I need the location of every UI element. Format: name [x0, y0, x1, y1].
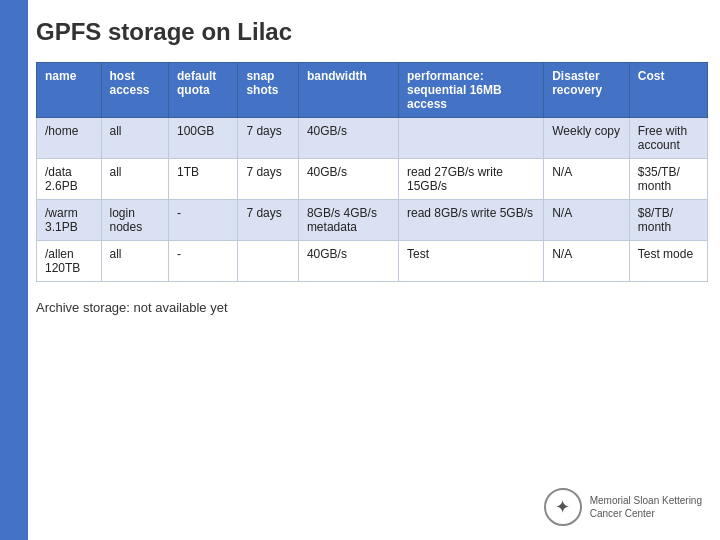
col-header-performance: performance: sequential 16MB access: [398, 63, 543, 118]
table-cell: 40GB/s: [298, 118, 398, 159]
table-body: /homeall100GB7 days40GB/sWeekly copyFree…: [37, 118, 708, 282]
table-cell: $8/TB/ month: [629, 200, 707, 241]
table-cell: Test: [398, 241, 543, 282]
page-title: GPFS storage on Lilac: [36, 18, 708, 46]
table-cell: N/A: [544, 159, 630, 200]
table-cell: Weekly copy: [544, 118, 630, 159]
table-cell: /home: [37, 118, 102, 159]
col-header-host-access: host access: [101, 63, 168, 118]
col-header-default-quota: default quota: [168, 63, 237, 118]
table-cell: 40GB/s: [298, 159, 398, 200]
msk-logo-icon: ✦: [544, 488, 582, 526]
table-cell: /data 2.6PB: [37, 159, 102, 200]
table-cell: read 8GB/s write 5GB/s: [398, 200, 543, 241]
table-cell: 100GB: [168, 118, 237, 159]
table-cell: 40GB/s: [298, 241, 398, 282]
table-cell: all: [101, 159, 168, 200]
table-cell: -: [168, 241, 237, 282]
table-cell: /warm 3.1PB: [37, 200, 102, 241]
table-cell: 7 days: [238, 118, 298, 159]
msk-logo: ✦ Memorial Sloan Kettering Cancer Center: [544, 488, 702, 526]
msk-logo-text: Memorial Sloan Kettering Cancer Center: [590, 494, 702, 520]
table-cell: [238, 241, 298, 282]
table-cell: Free with account: [629, 118, 707, 159]
table-cell: 1TB: [168, 159, 237, 200]
table-cell: 7 days: [238, 159, 298, 200]
table-cell: read 27GB/s write 15GB/s: [398, 159, 543, 200]
table-cell: 8GB/s 4GB/s metadata: [298, 200, 398, 241]
storage-table: name host access default quota snap shot…: [36, 62, 708, 282]
table-row: /warm 3.1PBlogin nodes-7 days8GB/s 4GB/s…: [37, 200, 708, 241]
table-cell: all: [101, 118, 168, 159]
table-cell: all: [101, 241, 168, 282]
table-cell: /allen 120TB: [37, 241, 102, 282]
table-row: /data 2.6PBall1TB7 days40GB/sread 27GB/s…: [37, 159, 708, 200]
col-header-name: name: [37, 63, 102, 118]
table-cell: N/A: [544, 241, 630, 282]
table-cell: -: [168, 200, 237, 241]
col-header-disaster-recovery: Disaster recovery: [544, 63, 630, 118]
table-cell: login nodes: [101, 200, 168, 241]
col-header-snap-shots: snap shots: [238, 63, 298, 118]
blue-accent-bar: [0, 0, 28, 540]
table-cell: [398, 118, 543, 159]
table-header-row: name host access default quota snap shot…: [37, 63, 708, 118]
col-header-bandwidth: bandwidth: [298, 63, 398, 118]
col-header-cost: Cost: [629, 63, 707, 118]
table-cell: $35/TB/ month: [629, 159, 707, 200]
table-cell: N/A: [544, 200, 630, 241]
footer-text: Archive storage: not available yet: [36, 300, 708, 315]
table-row: /homeall100GB7 days40GB/sWeekly copyFree…: [37, 118, 708, 159]
table-row: /allen 120TBall-40GB/sTestN/ATest mode: [37, 241, 708, 282]
main-content: GPFS storage on Lilac name host access d…: [36, 18, 708, 315]
page: GPFS storage on Lilac name host access d…: [0, 0, 720, 540]
table-cell: Test mode: [629, 241, 707, 282]
table-cell: 7 days: [238, 200, 298, 241]
